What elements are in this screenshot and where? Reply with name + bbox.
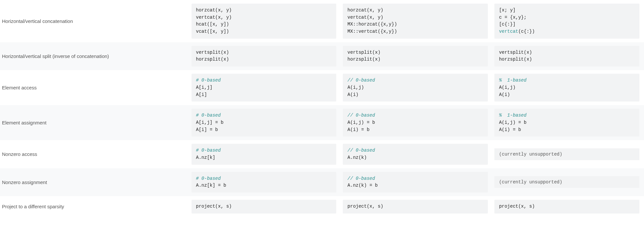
- code-cell-1.col2: vertsplit(x) horzsplit(x): [343, 46, 488, 66]
- code-fn: vertcat: [499, 29, 518, 34]
- row-label: Horizontal/vertical concatenation: [0, 0, 190, 42]
- code-comment: # 0-based: [196, 78, 221, 83]
- table-row: Horizontal/vertical concatenationhorzcat…: [0, 0, 644, 42]
- row-label: Element access: [0, 70, 190, 105]
- table-row: Nonzero access# 0-based A.nz[k]// 0-base…: [0, 140, 644, 168]
- code-comment: # 0-based: [196, 113, 221, 118]
- col2: // 0-based A.nz(k) = b: [341, 168, 492, 196]
- row-label: Element assignment: [0, 105, 190, 140]
- row-label: Nonzero assignment: [0, 168, 190, 196]
- code-cell-3.col3: % 1-based A(i,j) = b A(i) = b: [494, 109, 639, 137]
- col3: % 1-based A(i,j) A(i): [492, 70, 644, 105]
- code-cell-1.col1: vertsplit(x) horzsplit(x): [192, 46, 337, 66]
- row-label: Project to a different sparsity: [0, 196, 190, 217]
- col3: vertsplit(x) horzsplit(x): [492, 42, 644, 70]
- code-cell-6.col3: project(x, s): [494, 200, 639, 214]
- code-comment: // 0-based: [347, 78, 375, 83]
- table-row: Element access# 0-based A[i,j] A[i]// 0-…: [0, 70, 644, 105]
- code-cell-0.col1: horzcat(x, y) vertcat(x, y) hcat([x, y])…: [192, 4, 337, 39]
- col3: % 1-based A(i,j) = b A(i) = b: [492, 105, 644, 140]
- col1: # 0-based A.nz[k]: [190, 140, 341, 168]
- col1: vertsplit(x) horzsplit(x): [190, 42, 341, 70]
- code-comment: # 0-based: [196, 176, 221, 181]
- code-comment: // 0-based: [347, 148, 375, 153]
- code-comment: % 1-based: [499, 113, 526, 118]
- col1: # 0-based A[i,j] A[i]: [190, 70, 341, 105]
- col3: (currently unsupported): [492, 140, 644, 168]
- col3: [x; y] c = {x,y}; [c{:}] vertcat(c{:}): [492, 0, 644, 42]
- code-comment: % 1-based: [499, 78, 526, 83]
- col2: // 0-based A(i,j) A(i): [341, 70, 492, 105]
- col2: // 0-based A.nz(k): [341, 140, 492, 168]
- code-cell-3.col2: // 0-based A(i,j) = b A(i) = b: [343, 109, 488, 137]
- col2: vertsplit(x) horzsplit(x): [341, 42, 492, 70]
- code-cell-5.col2: // 0-based A.nz(k) = b: [343, 172, 488, 193]
- code-cell-2.col2: // 0-based A(i,j) A(i): [343, 74, 488, 102]
- code-cell-0.col2: horzcat(x, y) vertcat(x, y) MX::horzcat(…: [343, 4, 488, 39]
- code-cell-4.col1: # 0-based A.nz[k]: [192, 144, 337, 164]
- code-cell-4.col2: // 0-based A.nz(k): [343, 144, 488, 164]
- code-comment: # 0-based: [196, 148, 221, 153]
- api-comparison-table: Horizontal/vertical concatenationhorzcat…: [0, 0, 644, 217]
- code-comment: // 0-based: [347, 176, 375, 181]
- code-cell-0.col3: [x; y] c = {x,y}; [c{:}] vertcat(c{:}): [494, 4, 639, 39]
- row-label: Horizontal/vertical split (inverse of co…: [0, 42, 190, 70]
- table-row: Element assignment# 0-based A[i,j] = b A…: [0, 105, 644, 140]
- unsupported-note: (currently unsupported): [494, 176, 639, 188]
- col1: project(x, s): [190, 196, 341, 217]
- table-row: Horizontal/vertical split (inverse of co…: [0, 42, 644, 70]
- col2: // 0-based A(i,j) = b A(i) = b: [341, 105, 492, 140]
- table-row: Nonzero assignment# 0-based A.nz[k] = b/…: [0, 168, 644, 196]
- code-cell-1.col3: vertsplit(x) horzsplit(x): [494, 46, 639, 66]
- col3: (currently unsupported): [492, 168, 644, 196]
- col2: project(x, s): [341, 196, 492, 217]
- code-cell-3.col1: # 0-based A[i,j] = b A[i] = b: [192, 109, 337, 137]
- row-label: Nonzero access: [0, 140, 190, 168]
- col1: # 0-based A.nz[k] = b: [190, 168, 341, 196]
- col1: horzcat(x, y) vertcat(x, y) hcat([x, y])…: [190, 0, 341, 42]
- code-cell-2.col3: % 1-based A(i,j) A(i): [494, 74, 639, 102]
- code-cell-6.col1: project(x, s): [192, 200, 337, 214]
- code-cell-6.col2: project(x, s): [343, 200, 488, 214]
- code-comment: // 0-based: [347, 113, 375, 118]
- table-row: Project to a different sparsityproject(x…: [0, 196, 644, 217]
- col1: # 0-based A[i,j] = b A[i] = b: [190, 105, 341, 140]
- col2: horzcat(x, y) vertcat(x, y) MX::horzcat(…: [341, 0, 492, 42]
- code-cell-5.col1: # 0-based A.nz[k] = b: [192, 172, 337, 193]
- unsupported-note: (currently unsupported): [494, 148, 639, 160]
- code-cell-2.col1: # 0-based A[i,j] A[i]: [192, 74, 337, 102]
- col3: project(x, s): [492, 196, 644, 217]
